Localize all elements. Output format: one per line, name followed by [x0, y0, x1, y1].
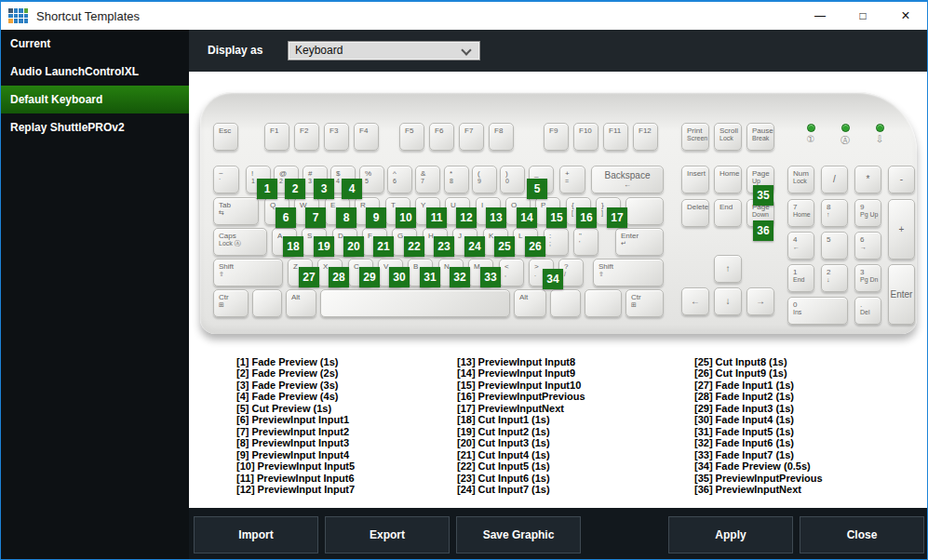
shortcut-line: [21] Cut Input4 (1s)	[457, 449, 585, 460]
keyboard-key: PrintScreen	[681, 123, 709, 151]
keyboard-key: *	[854, 166, 881, 193]
shortcut-line: [36] PreviewInputNext	[694, 484, 823, 495]
shortcut-line: [29] Fade Input3 (1s)	[694, 403, 823, 414]
keyboard-key: Shift⇧	[593, 259, 664, 287]
shortcut-key-badge: 9	[366, 207, 386, 228]
sidebar-item-audio-launchcontrolxl[interactable]: Audio LaunchControlXL	[1, 58, 189, 86]
num-lock-indicator-led	[807, 124, 815, 132]
shortcut-key-badge: 23	[434, 236, 454, 257]
keyboard-key: Delete	[681, 199, 709, 227]
shortcut-key-badge: 19	[314, 236, 334, 257]
keyboard-key: .Del	[854, 297, 881, 325]
shortcut-key-badge: 25	[494, 236, 515, 257]
keyboard-key: F4	[354, 123, 379, 151]
shortcut-line: [23] Cut Input6 (1s)	[457, 473, 585, 484]
apply-button[interactable]: Apply	[668, 516, 793, 553]
keyboard-key: )0	[500, 166, 525, 193]
keyboard-key: 2↓	[821, 264, 848, 292]
shortcut-key-badge: 34	[543, 269, 563, 289]
keyboard-key: End	[714, 199, 742, 227]
keyboard-key: →	[746, 287, 774, 315]
app-icon	[8, 8, 28, 23]
minimize-button[interactable]: —	[799, 2, 841, 30]
shortcut-line: [5] Cut Preview (1s)	[236, 403, 355, 414]
footer-bar: ImportExportSave GraphicApplyClose	[189, 508, 927, 559]
caps-lock-indicator-icon: Ⓐ	[838, 134, 853, 147]
shortcut-line: [34] Fade Preview (0.5s)	[694, 460, 823, 472]
keyboard-key: F11	[603, 123, 628, 151]
shortcut-line: [27] Fade Input1 (1s)	[694, 380, 823, 391]
shortcut-line: [11] PreviewInput Input6	[236, 473, 355, 484]
shortcut-list-column: [25] Cut Input8 (1s)[26] Cut Input9 (1s)…	[694, 356, 823, 495]
save-graphic-button[interactable]: Save Graphic	[456, 516, 581, 553]
keyboard-key: 1End	[787, 264, 814, 292]
shortcut-key-badge: 30	[389, 267, 410, 287]
shortcut-line: [9] PreviewInput Input4	[236, 449, 355, 460]
shortcut-line: [14] PreviewInput Input9	[457, 367, 585, 379]
keyboard-key: F12	[633, 123, 658, 151]
close-icon[interactable]: ×	[884, 2, 927, 30]
shortcut-key-badge: 31	[420, 267, 440, 287]
keyboard-key: Esc	[213, 123, 238, 151]
shortcut-line: [26] Cut Input9 (1s)	[694, 367, 823, 379]
shortcut-line: [4] Fade Preview (4s)	[236, 391, 355, 402]
display-as-label: Display as	[208, 44, 262, 57]
keyboard-key: F2	[294, 123, 319, 151]
shortcut-key-badge: 26	[525, 236, 545, 257]
shortcut-line: [20] Cut Input3 (1s)	[457, 437, 585, 448]
shortcut-key-badge: 32	[450, 267, 470, 287]
keyboard-key: Alt	[286, 289, 316, 317]
keyboard-key	[320, 289, 510, 317]
shortcut-key-badge: 16	[576, 207, 597, 228]
import-button[interactable]: Import	[194, 516, 318, 553]
export-button[interactable]: Export	[325, 516, 450, 553]
keyboard-key: F3	[324, 123, 349, 151]
shortcut-line: [35] PreviewInputPrevious	[694, 473, 823, 484]
shortcut-key-badge: 17	[607, 207, 627, 228]
shortcut-line: [10] PreviewInput Input5	[236, 460, 355, 472]
shortcut-key-badge: 13	[486, 207, 506, 228]
display-as-dropdown[interactable]: Keyboard	[288, 41, 480, 60]
keyboard-key: +=	[559, 166, 585, 193]
keyboard-key: Ctr⊞	[213, 289, 249, 317]
shortcut-key-badge: 22	[404, 236, 424, 257]
shortcut-line: [25] Cut Input8 (1s)	[694, 356, 823, 367]
keyboard-key: Alt	[514, 289, 546, 317]
shortcut-key-badge: 35	[753, 185, 773, 206]
shortcut-line: [32] Fade Input6 (1s)	[694, 437, 823, 448]
keyboard-key: 8↑	[821, 199, 848, 227]
scroll-lock-indicator-icon: ⇩	[872, 134, 887, 144]
shortcut-key-badge: 8	[336, 207, 356, 228]
keyboard-key	[252, 289, 282, 317]
keyboard-key: *8	[444, 166, 469, 193]
sidebar-item-default-keyboard[interactable]: Default Keyboard	[1, 86, 189, 113]
keyboard-key: F10	[573, 123, 598, 151]
keyboard-key: Backspace←	[591, 166, 664, 193]
keyboard-key: 7Home	[787, 199, 814, 227]
keyboard-key: %5	[359, 166, 384, 193]
sidebar-item-current[interactable]: Current	[1, 30, 189, 58]
keyboard-key: Ctr⊞	[625, 289, 664, 317]
keyboard-key	[625, 197, 664, 225]
shortcut-line: [22] Cut Input5 (1s)	[457, 460, 585, 472]
chevron-down-icon	[461, 45, 471, 55]
shortcut-list-column: [13] PreviewInput Input8[14] PreviewInpu…	[457, 356, 585, 495]
shortcut-key-badge: 14	[517, 207, 537, 228]
keyboard-key: Shift⇧	[213, 259, 283, 287]
shortcut-line: [15] PreviewInput Input10	[457, 380, 585, 391]
shortcut-line: [12] PreviewInput Input7	[236, 484, 355, 495]
shortcut-key-badge: 27	[299, 267, 319, 287]
keyboard-key: F8	[489, 123, 514, 151]
keyboard-key: 5	[821, 232, 848, 260]
shortcut-line: [6] PreviewInput Input1	[236, 414, 355, 425]
keyboard-key: 3Pg Dn	[854, 264, 881, 292]
close-button[interactable]: Close	[800, 516, 924, 553]
shortcut-line: [24] Cut Input7 (1s)	[457, 484, 585, 495]
maximize-button[interactable]: □	[841, 2, 884, 30]
sidebar-item-replay-shuttleprov2[interactable]: Replay ShuttlePROv2	[1, 113, 189, 141]
keyboard-key: -	[888, 166, 915, 193]
keyboard-key: "'	[573, 228, 598, 256]
keyboard-key: 9Pg Up	[854, 199, 881, 227]
shortcut-key-badge: 18	[283, 236, 303, 257]
shortcut-line: [33] Fade Input7 (1s)	[694, 449, 823, 460]
